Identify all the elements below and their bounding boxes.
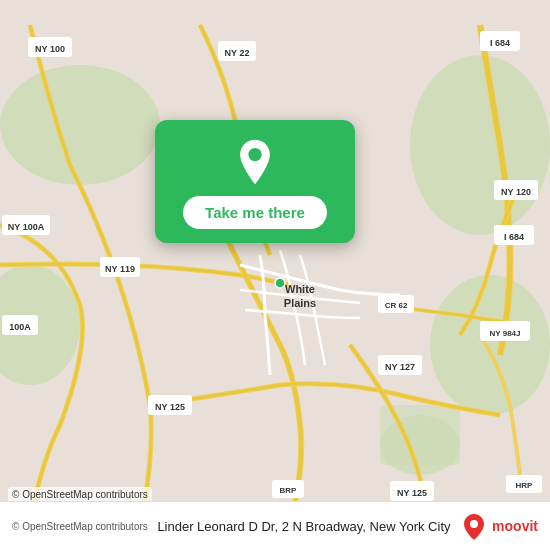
svg-point-2 — [410, 55, 550, 235]
svg-text:100A: 100A — [9, 322, 31, 332]
svg-text:NY 22: NY 22 — [225, 48, 250, 58]
svg-text:NY 984J: NY 984J — [490, 329, 521, 338]
svg-text:NY 100: NY 100 — [35, 44, 65, 54]
svg-text:I 684: I 684 — [504, 232, 524, 242]
bottom-bar: © OpenStreetMap contributors Linder Leon… — [0, 501, 550, 550]
svg-text:NY 120: NY 120 — [501, 187, 531, 197]
svg-point-43 — [470, 520, 478, 528]
address-label: Linder Leonard D Dr, 2 N Broadway, New Y… — [148, 519, 460, 534]
moovit-brand-icon — [460, 512, 488, 540]
svg-text:HRP: HRP — [516, 481, 534, 490]
svg-text:I 684: I 684 — [490, 38, 510, 48]
svg-text:White: White — [285, 283, 315, 295]
svg-text:NY 125: NY 125 — [397, 488, 427, 498]
osm-credit: © OpenStreetMap contributors — [12, 521, 148, 532]
svg-text:NY 127: NY 127 — [385, 362, 415, 372]
moovit-label: moovit — [492, 518, 538, 534]
svg-text:BRP: BRP — [280, 486, 298, 495]
osm-attribution: © OpenStreetMap contributors — [8, 487, 152, 502]
location-pin-icon — [231, 138, 279, 186]
svg-point-41 — [275, 278, 285, 288]
moovit-logo: moovit — [460, 512, 538, 540]
svg-text:CR 62: CR 62 — [385, 301, 408, 310]
map-background: NY 100 NY 100A 100A NY 22 I 684 I 684 NY… — [0, 0, 550, 550]
svg-text:NY 125: NY 125 — [155, 402, 185, 412]
svg-point-42 — [248, 148, 261, 161]
map-container: NY 100 NY 100A 100A NY 22 I 684 I 684 NY… — [0, 0, 550, 550]
svg-text:NY 100A: NY 100A — [8, 222, 45, 232]
location-card: Take me there — [155, 120, 355, 243]
svg-text:Plains: Plains — [284, 297, 316, 309]
take-me-there-button[interactable]: Take me there — [183, 196, 327, 229]
svg-point-1 — [0, 65, 160, 185]
svg-text:NY 119: NY 119 — [105, 264, 135, 274]
svg-point-3 — [430, 275, 550, 415]
